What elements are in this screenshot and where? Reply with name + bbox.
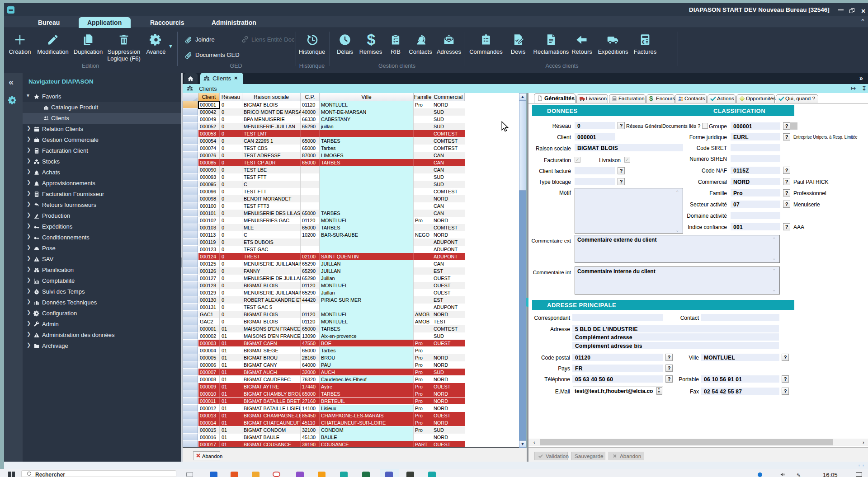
svg-text:€: €: [642, 39, 645, 45]
